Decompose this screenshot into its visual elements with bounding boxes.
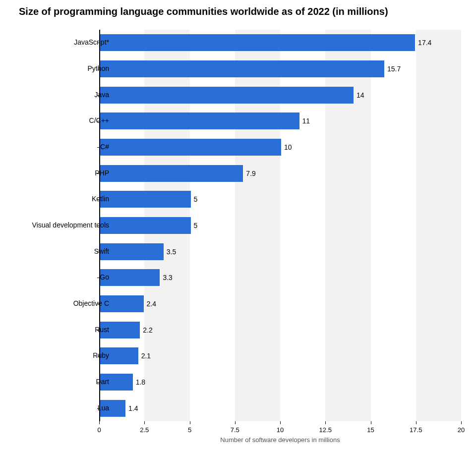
category-label: Go bbox=[10, 273, 109, 281]
bar-value-label: 3.3 bbox=[163, 274, 172, 281]
bar bbox=[100, 34, 415, 51]
bar-row: 5 bbox=[100, 217, 197, 234]
category-label: Lua bbox=[10, 404, 109, 412]
bar bbox=[100, 112, 299, 129]
bar-row: 3.5 bbox=[100, 243, 176, 260]
category-label: Kotlin bbox=[10, 195, 109, 203]
bar-value-label: 5 bbox=[194, 222, 198, 229]
bar bbox=[100, 243, 164, 260]
bar-row: 5 bbox=[100, 191, 197, 208]
x-tick-label: 0 bbox=[97, 426, 101, 434]
bar-row: 14 bbox=[100, 87, 364, 104]
bar-value-label: 10 bbox=[284, 143, 292, 151]
x-tick-mark bbox=[371, 421, 371, 424]
x-tick-mark bbox=[416, 421, 416, 424]
bar-value-label: 15.7 bbox=[387, 65, 401, 73]
chart-plot-area: 17.415.71411107.9553.53.32.42.22.11.81.4… bbox=[99, 30, 461, 421]
bar-value-label: 2.4 bbox=[147, 300, 156, 308]
x-tick-label: 17.5 bbox=[410, 426, 422, 434]
bar bbox=[100, 60, 384, 77]
bar bbox=[100, 191, 191, 208]
x-tick-mark bbox=[99, 421, 100, 424]
bar bbox=[100, 139, 281, 156]
category-label: Ruby bbox=[10, 351, 109, 359]
x-tick-label: 2.5 bbox=[140, 426, 149, 434]
category-label: Dart bbox=[10, 378, 109, 386]
category-label: JavaScript* bbox=[10, 38, 109, 46]
x-tick-label: 15 bbox=[367, 426, 374, 434]
bar-value-label: 1.8 bbox=[136, 378, 145, 386]
bar-value-label: 3.5 bbox=[167, 248, 176, 256]
bar-value-label: 14 bbox=[357, 91, 364, 99]
category-label: PHP bbox=[10, 169, 109, 177]
category-label: Python bbox=[10, 64, 109, 72]
x-tick-mark bbox=[280, 421, 281, 424]
bar bbox=[100, 269, 160, 286]
bar-row: 11 bbox=[100, 112, 310, 129]
bar-value-label: 2.2 bbox=[143, 326, 152, 334]
x-tick-mark bbox=[144, 421, 145, 424]
category-label: Objective C bbox=[10, 299, 109, 307]
bar bbox=[100, 217, 191, 234]
x-tick-label: 7.5 bbox=[231, 426, 239, 434]
category-label: Rust bbox=[10, 326, 109, 334]
category-label: Java bbox=[10, 91, 109, 99]
x-tick-label: 10 bbox=[277, 426, 284, 434]
bar-value-label: 2.1 bbox=[141, 352, 151, 360]
bar-value-label: 11 bbox=[302, 117, 310, 125]
bars-container: 17.415.71411107.9553.53.32.42.22.11.81.4 bbox=[100, 30, 462, 421]
bar-row: 3.3 bbox=[100, 269, 173, 286]
x-tick-label: 20 bbox=[458, 426, 465, 434]
x-tick-mark bbox=[190, 421, 190, 424]
x-tick-mark bbox=[235, 421, 236, 424]
bar-value-label: 5 bbox=[194, 195, 198, 203]
category-label: Swift bbox=[10, 247, 109, 255]
bar bbox=[100, 87, 354, 104]
bar-row: 17.4 bbox=[100, 34, 431, 51]
bar-row: 10 bbox=[100, 139, 292, 156]
x-tick-mark bbox=[461, 421, 462, 424]
bar-value-label: 1.4 bbox=[128, 404, 138, 412]
x-tick-mark bbox=[325, 421, 326, 424]
category-label: Visual development tools bbox=[10, 221, 109, 229]
bar bbox=[100, 165, 243, 182]
category-label: C# bbox=[10, 143, 109, 151]
category-label: C/C++ bbox=[10, 116, 109, 124]
bar-value-label: 7.9 bbox=[246, 169, 255, 177]
x-tick-label: 5 bbox=[188, 426, 191, 434]
bar-row: 7.9 bbox=[100, 165, 256, 182]
x-axis-title: Number of software developers in million… bbox=[99, 436, 461, 444]
bar-value-label: 17.4 bbox=[418, 39, 431, 47]
x-tick-label: 12.5 bbox=[319, 426, 332, 434]
chart-title: Size of programming language communities… bbox=[0, 0, 476, 17]
bar-row: 15.7 bbox=[100, 60, 401, 77]
